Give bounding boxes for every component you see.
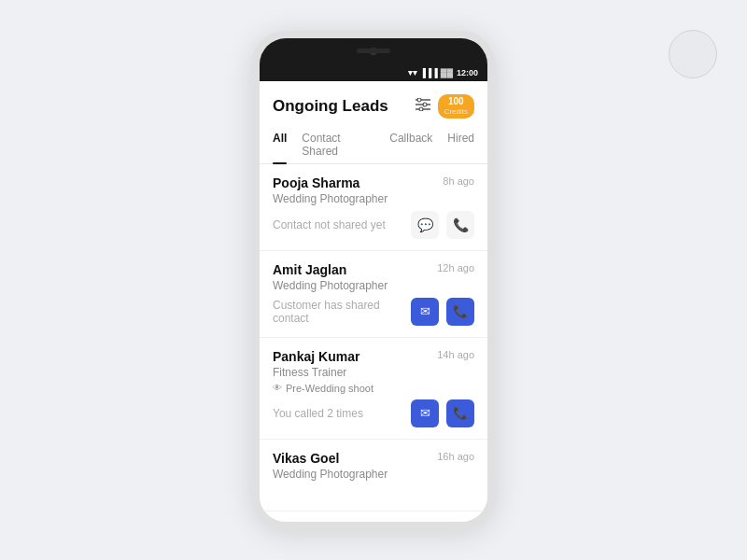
- lead-item[interactable]: Amit Jaglan 12h ago Wedding Photographer…: [260, 251, 487, 338]
- phone-bottom: [260, 511, 487, 522]
- lead-actions: ✉ 📞: [411, 399, 474, 427]
- lead-time: 8h ago: [443, 175, 474, 187]
- phone-icon: 📞: [453, 217, 469, 232]
- lead-name: Vikas Goel: [273, 451, 339, 466]
- lead-name: Pooja Sharma: [273, 175, 359, 190]
- lead-time: 16h ago: [437, 451, 474, 462]
- lead-role: Wedding Photographer: [273, 192, 474, 205]
- battery-icon: ▓▓: [441, 68, 453, 77]
- app-content: Ongoing Leads 100 Credits: [260, 81, 487, 511]
- message-button[interactable]: ✉: [411, 298, 439, 326]
- credits-label: Credits: [444, 107, 468, 117]
- call-button[interactable]: 📞: [446, 298, 474, 326]
- svg-point-4: [423, 103, 427, 106]
- call-button[interactable]: 📞: [446, 211, 474, 239]
- lead-time: 14h ago: [437, 349, 474, 360]
- svg-point-5: [419, 107, 423, 111]
- lead-header: Pooja Sharma 8h ago: [273, 175, 474, 190]
- message-icon: ✉: [420, 304, 430, 318]
- wifi-icon: ▾▾: [408, 68, 417, 77]
- lead-header: Amit Jaglan 12h ago: [273, 262, 474, 277]
- lead-status: You called 2 times: [273, 407, 363, 420]
- lead-status: Customer has shared contact: [273, 299, 411, 325]
- lead-header: Vikas Goel 16h ago: [273, 451, 474, 466]
- lead-footer: You called 2 times ✉ 📞: [273, 399, 474, 427]
- phone-top-hardware: [260, 38, 487, 64]
- tab-hired[interactable]: Hired: [447, 126, 474, 163]
- lead-actions: ✉ 📞: [411, 298, 474, 326]
- lead-item[interactable]: Pooja Sharma 8h ago Wedding Photographer…: [260, 164, 487, 251]
- lead-tag: 👁 Pre-Wedding shoot: [273, 383, 474, 394]
- fab-button[interactable]: [669, 30, 717, 78]
- lead-footer: Customer has shared contact ✉ 📞: [273, 298, 474, 326]
- status-time: 12:00: [457, 68, 478, 77]
- message-button[interactable]: 💬: [411, 211, 439, 239]
- lead-role: Wedding Photographer: [273, 468, 474, 481]
- lead-actions: 💬 📞: [411, 211, 474, 239]
- lead-name: Pankaj Kumar: [273, 349, 359, 364]
- lead-footer: Contact not shared yet 💬 📞: [273, 211, 474, 239]
- lead-status: Contact not shared yet: [273, 218, 386, 231]
- tag-label: Pre-Wedding shoot: [286, 383, 374, 394]
- app-header: Ongoing Leads 100 Credits: [260, 81, 487, 126]
- lead-name: Amit Jaglan: [273, 262, 346, 277]
- status-bar: ▾▾ ▐▐▐ ▓▓ 12:00: [260, 64, 487, 81]
- phone-shell: ▾▾ ▐▐▐ ▓▓ 12:00 Ongoing Leads: [252, 31, 495, 529]
- tab-callback[interactable]: Callback: [389, 126, 432, 163]
- credits-amount: 100: [448, 96, 464, 107]
- svg-point-3: [417, 98, 421, 102]
- lead-role: Wedding Photographer: [273, 279, 474, 292]
- phone-icon: 📞: [453, 304, 468, 318]
- tab-contact-shared[interactable]: Contact Shared: [302, 126, 374, 163]
- message-button[interactable]: ✉: [411, 399, 439, 427]
- eye-icon: 👁: [273, 383, 282, 393]
- phone-icon: 📞: [453, 406, 468, 420]
- lead-header: Pankaj Kumar 14h ago: [273, 349, 474, 364]
- status-icons: ▾▾ ▐▐▐ ▓▓: [408, 68, 453, 77]
- tabs-bar: All Contact Shared Callback Hired: [260, 126, 487, 164]
- message-icon: 💬: [417, 217, 433, 232]
- call-button[interactable]: 📞: [446, 399, 474, 427]
- header-right: 100 Credits: [416, 94, 474, 119]
- signal-icon: ▐▐▐: [420, 68, 438, 77]
- filter-icon[interactable]: [416, 98, 430, 114]
- lead-time: 12h ago: [437, 262, 474, 273]
- lead-list: Pooja Sharma 8h ago Wedding Photographer…: [260, 164, 487, 496]
- tab-all[interactable]: All: [273, 126, 287, 163]
- lead-item[interactable]: Pankaj Kumar 14h ago Fitness Trainer 👁 P…: [260, 338, 487, 440]
- page-title: Ongoing Leads: [273, 97, 388, 116]
- lead-role: Fitness Trainer: [273, 366, 474, 379]
- lead-item[interactable]: Vikas Goel 16h ago Wedding Photographer: [260, 440, 487, 496]
- message-icon: ✉: [420, 406, 430, 420]
- phone-speaker: [357, 49, 390, 53]
- credits-badge[interactable]: 100 Credits: [438, 94, 474, 119]
